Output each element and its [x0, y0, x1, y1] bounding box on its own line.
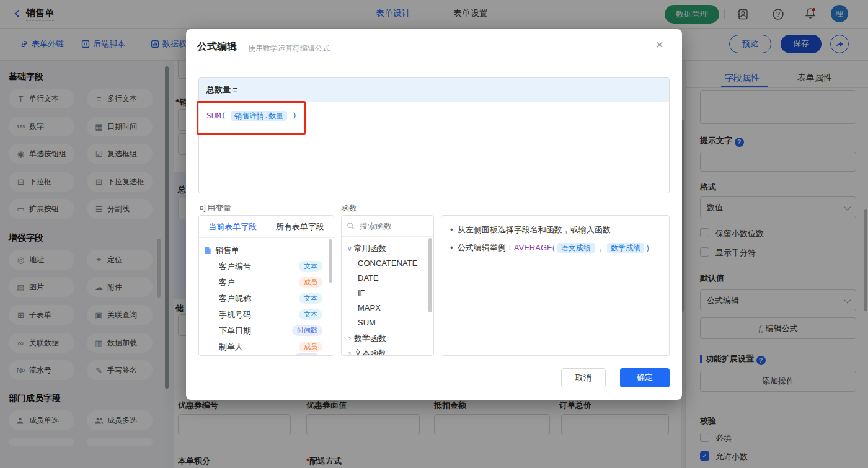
function-group-math[interactable]: ›数学函数: [345, 333, 386, 344]
caret-right-icon: ›: [345, 334, 354, 343]
function-item[interactable]: MAPX: [358, 303, 381, 312]
formula-help-panel: • 从左侧面板选择字段名和函数，或输入函数 • 公式编辑举例：AVERAGE( …: [441, 215, 670, 356]
help-line-2: • 公式编辑举例：AVERAGE( 语文成绩 ， 数学成绩 ): [450, 242, 649, 254]
functions-tree: ∨常用函数 CONCATENATE DATE IF MAPX SUM ›数学函数…: [342, 237, 433, 356]
variable-row[interactable]: 客户昵称文本: [199, 291, 334, 306]
variables-panel: 当前表单字段 所有表单字段 销售单 客户编号文本 客户成员 客户昵称文本 手机号…: [198, 215, 334, 356]
functions-panel: ∨常用函数 CONCATENATE DATE IF MAPX SUM ›数学函数…: [341, 215, 434, 356]
caret-right-icon: ›: [345, 349, 354, 356]
type-badge: 文本: [299, 261, 322, 272]
example-function-name: AVERAGE: [514, 243, 552, 252]
function-item[interactable]: CONCATENATE: [358, 258, 417, 268]
type-badge: 成员: [299, 342, 322, 352]
tree-root-row[interactable]: 销售单: [199, 242, 334, 258]
help-line-1: • 从左侧面板选择字段名和函数，或输入函数: [450, 224, 611, 236]
search-icon: [347, 222, 355, 230]
variables-scrollbar[interactable]: [329, 239, 332, 283]
variable-row[interactable]: 客户成员: [199, 275, 334, 290]
function-item[interactable]: IF: [358, 288, 365, 298]
function-group-text[interactable]: ›文本函数: [345, 348, 386, 356]
example-field-chip: 语文成绩: [557, 243, 595, 253]
document-icon: [204, 246, 211, 254]
function-search-input[interactable]: [358, 221, 423, 231]
type-badge-partial: [295, 353, 319, 356]
caret-down-icon: ∨: [345, 244, 354, 253]
type-badge: 时间戳: [292, 325, 322, 336]
close-icon[interactable]: ×: [656, 38, 663, 51]
variable-row[interactable]: 客户编号文本: [199, 258, 334, 274]
cancel-button[interactable]: 取消: [561, 368, 606, 387]
functions-scrollbar[interactable]: [428, 238, 432, 312]
variable-row[interactable]: 手机号码文本: [199, 307, 334, 322]
confirm-button[interactable]: 确定: [620, 368, 670, 387]
function-item[interactable]: SUM: [358, 318, 376, 327]
variables-tree: 销售单 客户编号文本 客户成员 客户昵称文本 手机号码文本 下单日期时间戳 制单…: [199, 238, 334, 356]
modal-subtitle: 使用数学运算符编辑公式: [248, 43, 330, 54]
type-badge: 文本: [299, 293, 322, 304]
tab-current-form-fields[interactable]: 当前表单字段: [199, 221, 267, 232]
formula-editor-modal: 公式编辑 使用数学运算符编辑公式 × 总数量 = SUM( 销售详情.数量 ) …: [186, 29, 682, 400]
formula-editor-box[interactable]: 总数量 = SUM( 销售详情.数量 ): [198, 77, 670, 193]
function-group-common[interactable]: ∨常用函数: [345, 243, 386, 254]
tab-all-form-fields[interactable]: 所有表单字段: [267, 221, 334, 232]
modal-title: 公式编辑: [197, 40, 237, 53]
function-search[interactable]: [342, 216, 433, 237]
function-item[interactable]: DATE: [358, 273, 379, 283]
type-badge: 文本: [299, 309, 322, 320]
example-field-chip: 数学成绩: [607, 243, 644, 253]
variable-row[interactable]: 制单人成员: [199, 339, 334, 355]
variable-row[interactable]: 下单日期时间戳: [199, 323, 334, 338]
formula-target-row: 总数量 =: [199, 78, 669, 102]
variables-tabs: 当前表单字段 所有表单字段: [199, 216, 334, 238]
divider: [186, 64, 682, 64]
annotation-highlight-box: [197, 101, 306, 135]
type-badge: 成员: [299, 277, 322, 288]
variables-label: 可用变量: [199, 203, 231, 214]
functions-label: 函数: [341, 203, 357, 214]
